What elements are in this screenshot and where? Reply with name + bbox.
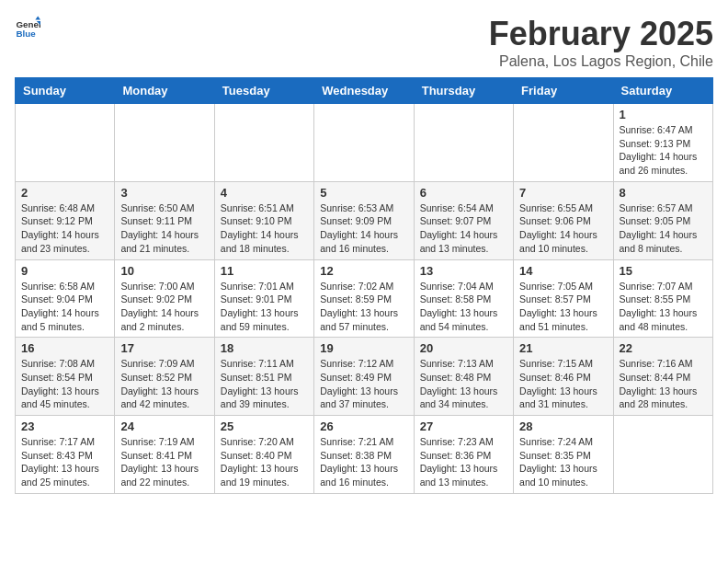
day-info: Sunrise: 6:53 AM Sunset: 9:09 PM Dayligh… — [320, 201, 407, 256]
day-info: Sunrise: 7:07 AM Sunset: 8:55 PM Dayligh… — [620, 280, 707, 334]
day-info: Sunrise: 7:15 AM Sunset: 8:46 PM Dayligh… — [519, 357, 607, 411]
calendar-cell: 18Sunrise: 7:11 AM Sunset: 8:51 PM Dayli… — [214, 338, 313, 416]
calendar-cell: 25Sunrise: 7:20 AM Sunset: 8:40 PM Dayli… — [214, 416, 313, 494]
calendar-cell — [115, 104, 214, 182]
day-info: Sunrise: 7:21 AM Sunset: 8:38 PM Dayligh… — [320, 435, 407, 489]
calendar-cell — [214, 104, 313, 182]
calendar-cell: 24Sunrise: 7:19 AM Sunset: 8:41 PM Dayli… — [115, 416, 214, 494]
day-info: Sunrise: 7:24 AM Sunset: 8:35 PM Dayligh… — [519, 435, 607, 489]
calendar-cell: 3Sunrise: 6:50 AM Sunset: 9:11 PM Daylig… — [115, 181, 214, 259]
day-info: Sunrise: 7:12 AM Sunset: 8:49 PM Dayligh… — [320, 357, 407, 411]
day-number: 22 — [620, 341, 707, 355]
day-info: Sunrise: 6:50 AM Sunset: 9:11 PM Dayligh… — [120, 201, 208, 256]
svg-text:Blue: Blue — [16, 29, 36, 39]
day-number: 10 — [120, 264, 208, 278]
calendar-cell: 6Sunrise: 6:54 AM Sunset: 9:07 PM Daylig… — [414, 181, 513, 259]
week-row-3: 9Sunrise: 6:58 AM Sunset: 9:04 PM Daylig… — [16, 259, 713, 338]
day-number: 2 — [21, 186, 108, 200]
day-info: Sunrise: 6:51 AM Sunset: 9:10 PM Dayligh… — [221, 201, 308, 256]
svg-marker-2 — [35, 16, 40, 19]
week-row-5: 23Sunrise: 7:17 AM Sunset: 8:43 PM Dayli… — [16, 416, 713, 494]
weekday-header-saturday: Saturday — [613, 78, 712, 104]
calendar-cell: 13Sunrise: 7:04 AM Sunset: 8:58 PM Dayli… — [414, 259, 513, 338]
day-info: Sunrise: 7:19 AM Sunset: 8:41 PM Dayligh… — [120, 435, 208, 489]
day-number: 20 — [420, 341, 507, 355]
day-info: Sunrise: 7:20 AM Sunset: 8:40 PM Dayligh… — [221, 435, 308, 489]
calendar-cell: 21Sunrise: 7:15 AM Sunset: 8:46 PM Dayli… — [514, 338, 613, 416]
calendar-cell: 14Sunrise: 7:05 AM Sunset: 8:57 PM Dayli… — [514, 259, 613, 338]
day-number: 9 — [21, 264, 108, 278]
day-info: Sunrise: 6:47 AM Sunset: 9:13 PM Dayligh… — [620, 123, 707, 178]
day-number: 24 — [120, 419, 208, 433]
calendar-cell — [16, 104, 115, 182]
calendar-cell: 19Sunrise: 7:12 AM Sunset: 8:49 PM Dayli… — [314, 338, 414, 416]
day-number: 14 — [519, 264, 607, 278]
calendar-cell: 4Sunrise: 6:51 AM Sunset: 9:10 PM Daylig… — [214, 181, 313, 259]
day-info: Sunrise: 6:54 AM Sunset: 9:07 PM Dayligh… — [420, 201, 507, 256]
day-number: 23 — [21, 419, 108, 433]
weekday-header-tuesday: Tuesday — [214, 78, 313, 104]
calendar-cell: 1Sunrise: 6:47 AM Sunset: 9:13 PM Daylig… — [613, 104, 712, 182]
calendar-cell: 12Sunrise: 7:02 AM Sunset: 8:59 PM Dayli… — [314, 259, 414, 338]
day-info: Sunrise: 6:48 AM Sunset: 9:12 PM Dayligh… — [21, 201, 108, 256]
calendar-cell — [514, 104, 613, 182]
calendar-cell — [314, 104, 414, 182]
day-number: 28 — [519, 419, 607, 433]
weekday-header-wednesday: Wednesday — [314, 78, 414, 104]
title-area: February 2025 Palena, Los Lagos Region, … — [489, 15, 713, 70]
day-number: 18 — [221, 341, 308, 355]
calendar-cell: 7Sunrise: 6:55 AM Sunset: 9:06 PM Daylig… — [514, 181, 613, 259]
day-number: 16 — [21, 341, 108, 355]
day-number: 12 — [320, 264, 407, 278]
calendar-cell — [414, 104, 513, 182]
month-title: February 2025 — [489, 15, 713, 53]
day-number: 4 — [221, 186, 308, 200]
calendar: SundayMondayTuesdayWednesdayThursdayFrid… — [15, 77, 713, 494]
logo-icon: General Blue — [15, 15, 40, 40]
day-info: Sunrise: 7:23 AM Sunset: 8:36 PM Dayligh… — [420, 435, 507, 489]
day-number: 7 — [519, 186, 607, 200]
logo: General Blue — [15, 15, 40, 40]
weekday-header-row: SundayMondayTuesdayWednesdayThursdayFrid… — [16, 78, 713, 104]
calendar-cell: 5Sunrise: 6:53 AM Sunset: 9:09 PM Daylig… — [314, 181, 414, 259]
calendar-cell: 20Sunrise: 7:13 AM Sunset: 8:48 PM Dayli… — [414, 338, 513, 416]
day-info: Sunrise: 7:05 AM Sunset: 8:57 PM Dayligh… — [519, 280, 607, 334]
day-number: 15 — [620, 264, 707, 278]
day-number: 25 — [221, 419, 308, 433]
day-number: 26 — [320, 419, 407, 433]
calendar-cell: 15Sunrise: 7:07 AM Sunset: 8:55 PM Dayli… — [613, 259, 712, 338]
calendar-cell: 8Sunrise: 6:57 AM Sunset: 9:05 PM Daylig… — [613, 181, 712, 259]
day-info: Sunrise: 7:08 AM Sunset: 8:54 PM Dayligh… — [21, 357, 108, 411]
day-info: Sunrise: 7:01 AM Sunset: 9:01 PM Dayligh… — [221, 280, 308, 334]
week-row-2: 2Sunrise: 6:48 AM Sunset: 9:12 PM Daylig… — [16, 181, 713, 259]
day-info: Sunrise: 6:57 AM Sunset: 9:05 PM Dayligh… — [620, 201, 707, 256]
calendar-cell: 28Sunrise: 7:24 AM Sunset: 8:35 PM Dayli… — [514, 416, 613, 494]
day-info: Sunrise: 7:09 AM Sunset: 8:52 PM Dayligh… — [120, 357, 208, 411]
calendar-cell: 23Sunrise: 7:17 AM Sunset: 8:43 PM Dayli… — [16, 416, 115, 494]
day-number: 6 — [420, 186, 507, 200]
weekday-header-sunday: Sunday — [16, 78, 115, 104]
header: General Blue February 2025 Palena, Los L… — [15, 15, 713, 70]
day-number: 3 — [120, 186, 208, 200]
day-info: Sunrise: 7:17 AM Sunset: 8:43 PM Dayligh… — [21, 435, 108, 489]
calendar-cell: 17Sunrise: 7:09 AM Sunset: 8:52 PM Dayli… — [115, 338, 214, 416]
calendar-cell: 16Sunrise: 7:08 AM Sunset: 8:54 PM Dayli… — [16, 338, 115, 416]
day-info: Sunrise: 7:02 AM Sunset: 8:59 PM Dayligh… — [320, 280, 407, 334]
week-row-4: 16Sunrise: 7:08 AM Sunset: 8:54 PM Dayli… — [16, 338, 713, 416]
day-info: Sunrise: 7:13 AM Sunset: 8:48 PM Dayligh… — [420, 357, 507, 411]
location-title: Palena, Los Lagos Region, Chile — [489, 53, 713, 70]
day-number: 5 — [320, 186, 407, 200]
day-info: Sunrise: 7:11 AM Sunset: 8:51 PM Dayligh… — [221, 357, 308, 411]
day-info: Sunrise: 7:00 AM Sunset: 9:02 PM Dayligh… — [120, 280, 208, 334]
day-info: Sunrise: 6:55 AM Sunset: 9:06 PM Dayligh… — [519, 201, 607, 256]
weekday-header-friday: Friday — [514, 78, 613, 104]
week-row-1: 1Sunrise: 6:47 AM Sunset: 9:13 PM Daylig… — [16, 104, 713, 182]
calendar-cell: 26Sunrise: 7:21 AM Sunset: 8:38 PM Dayli… — [314, 416, 414, 494]
day-info: Sunrise: 7:16 AM Sunset: 8:44 PM Dayligh… — [620, 357, 707, 411]
day-info: Sunrise: 7:04 AM Sunset: 8:58 PM Dayligh… — [420, 280, 507, 334]
weekday-header-monday: Monday — [115, 78, 214, 104]
calendar-cell: 11Sunrise: 7:01 AM Sunset: 9:01 PM Dayli… — [214, 259, 313, 338]
calendar-cell: 27Sunrise: 7:23 AM Sunset: 8:36 PM Dayli… — [414, 416, 513, 494]
calendar-cell — [613, 416, 712, 494]
day-info: Sunrise: 6:58 AM Sunset: 9:04 PM Dayligh… — [21, 280, 108, 334]
